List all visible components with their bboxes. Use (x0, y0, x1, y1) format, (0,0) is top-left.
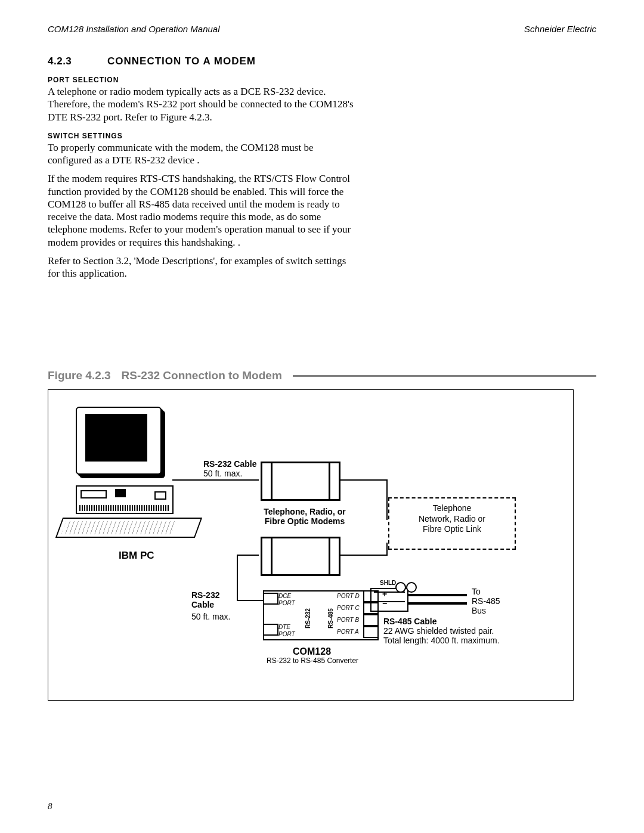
label-rs485-vert: RS-485 (327, 608, 334, 628)
keyboard-icon (55, 518, 202, 538)
label-port-a: PORT A (337, 628, 359, 636)
para-switch-2: If the modem requires RTS-CTS handshakin… (48, 172, 358, 249)
port-b (363, 614, 379, 626)
document-page: COM128 Installation and Operation Manual… (0, 0, 644, 833)
figure-caption: Figure 4.2.3 RS-232 Connection to Modem (48, 369, 596, 382)
header-left: COM128 Installation and Operation Manual (48, 24, 220, 34)
label-port-c: PORT C (337, 605, 360, 612)
label-com128: COM128 (293, 646, 331, 657)
label-rs485-desc: 22 AWG shielded twisted pair. Total leng… (383, 626, 500, 645)
para-switch-1: To properly communicate with the modem, … (48, 141, 358, 167)
modem-bottom-icon (269, 537, 332, 576)
label-dce-port: DCE PORT (278, 593, 295, 606)
subhead-switch-settings: SWITCH SETTINGS (48, 132, 596, 140)
para-switch-3: Refer to Section 3.2, 'Mode Descriptions… (48, 255, 358, 280)
label-modems: Telephone, Radio, or Fibre Optic Modems (245, 507, 364, 526)
subhead-port-selection: PORT SELECTION (48, 76, 596, 84)
label-link: Telephone Network, Radio or Fibre Optic … (419, 503, 485, 534)
content-column: PORT SELECTION A telephone or radio mode… (48, 76, 596, 280)
screw-icon-2 (406, 582, 417, 593)
section-number: 4.2.3 (48, 55, 105, 67)
label-port-b: PORT B (337, 617, 359, 624)
label-rs232-len: 50 ft. max. (203, 469, 242, 478)
header-right: Schneider Electric (524, 24, 596, 34)
label-rs232-len2: 50 ft. max. (191, 612, 230, 621)
section-heading-row: 4.2.3 CONNECTION TO A MODEM (48, 55, 596, 67)
port-dte (263, 624, 278, 636)
label-rs232-cable2: RS-232 Cable (191, 590, 219, 609)
tower-icon (76, 485, 174, 514)
modem-top-icon (269, 462, 332, 501)
link-box: Telephone Network, Radio or Fibre Optic … (388, 497, 516, 550)
label-rs232-cable: RS-232 Cable (203, 459, 256, 469)
port-dce (263, 593, 278, 605)
page-header: COM128 Installation and Operation Manual… (48, 24, 596, 34)
label-ibm-pc: IBM PC (119, 550, 154, 562)
label-plus: + (382, 589, 387, 599)
label-minus: − (382, 599, 387, 608)
figure-title: RS-232 Connection to Modem (122, 369, 282, 382)
page-number: 8 (48, 801, 52, 812)
label-port-d: PORT D (337, 593, 360, 600)
figure-label: Figure 4.2.3 (48, 369, 111, 382)
figure-box: IBM PC RS-232 Cable 50 ft. max. Telephon… (48, 389, 574, 701)
label-dte-port: DTE PORT (278, 624, 295, 637)
label-com128-sub: RS-232 to RS-485 Converter (267, 657, 358, 665)
section-title: CONNECTION TO A MODEM (107, 55, 256, 67)
label-rs232-vert: RS-232 (305, 608, 311, 628)
figure-rule (293, 375, 596, 377)
port-a (363, 626, 379, 638)
label-to-bus: To RS-485 Bus (472, 587, 500, 615)
monitor-icon (76, 407, 177, 490)
label-rs485-cable: RS-485 Cable (383, 617, 436, 626)
para-port-selection: A telephone or radio modem typically act… (48, 85, 358, 123)
label-shld: SHLD (380, 580, 396, 587)
